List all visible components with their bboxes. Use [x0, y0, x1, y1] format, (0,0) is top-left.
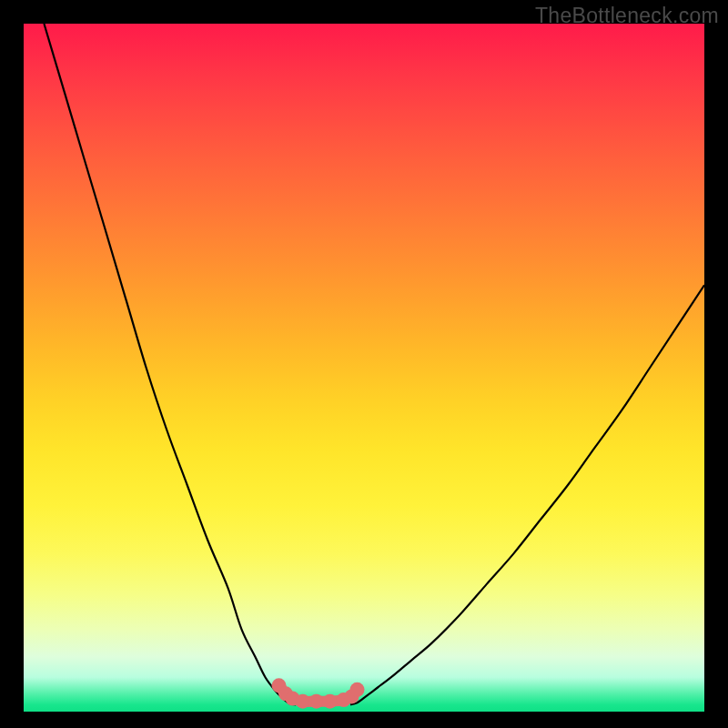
marker-dot — [296, 694, 310, 709]
bottleneck-plot — [24, 24, 704, 712]
left-curve — [44, 24, 296, 704]
marker-dot — [309, 694, 324, 709]
chart-frame — [24, 24, 704, 712]
right-curve — [350, 285, 704, 704]
marker-dot — [350, 682, 365, 697]
marker-dot — [323, 694, 338, 709]
